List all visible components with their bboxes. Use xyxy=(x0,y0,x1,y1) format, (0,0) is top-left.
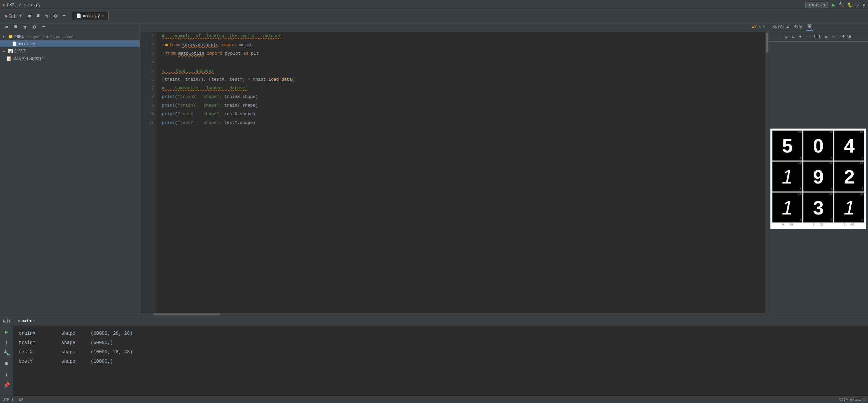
line-num-8: 8 xyxy=(143,93,154,101)
zoom-in-button[interactable]: + xyxy=(798,34,803,40)
sidebar-nav-icon[interactable]: ⊕ xyxy=(3,23,10,31)
mnist-label-2: 10 xyxy=(834,161,864,165)
x-label-2: 0 20 xyxy=(813,223,824,226)
sidebar-tree: ▼ 📁 PRML ~/PycharmProjects/PRML 📄 main.p… xyxy=(0,32,140,316)
sidebar-item-drafts[interactable]: 📝 草稿文件和控制台 xyxy=(0,55,140,63)
tab-main-py[interactable]: 📄 main.py × xyxy=(72,12,108,20)
debug-button[interactable]: 🐛 xyxy=(847,2,853,8)
run-tab-label: main xyxy=(21,319,31,323)
mnist-cell-1b: 10 1 0 xyxy=(772,192,802,222)
play-button[interactable]: ▶ xyxy=(3,328,11,336)
print-fn-11: print xyxy=(162,120,175,127)
list-button[interactable]: ≡ xyxy=(3,360,11,368)
ratio-button[interactable]: ⊡ xyxy=(824,34,829,40)
sidebar-settings-icon[interactable]: ⚙ xyxy=(31,23,38,31)
tab-close-button[interactable]: × xyxy=(102,14,104,18)
paren-11: ( xyxy=(175,120,178,127)
sidebar-collapse-icon[interactable]: ≡ xyxy=(12,23,19,31)
prml-icon: ▶ xyxy=(3,2,5,7)
run-tab-main[interactable]: ● main × xyxy=(15,318,37,324)
warning-up[interactable]: ∧ xyxy=(759,24,761,29)
sciview-tab-data[interactable]: 数据 xyxy=(793,23,804,30)
pin-button[interactable]: 📌 xyxy=(3,381,11,389)
build-button[interactable]: 🔨 xyxy=(838,2,844,8)
profile-button[interactable]: ⊗ xyxy=(863,2,865,8)
warning-dot-2 xyxy=(165,43,168,46)
main-toolbar: ▶ 项目 ▼ ⊕ ≡ ⇅ ⚙ − 📄 main.py × xyxy=(0,10,868,22)
horizontal-scrollbar[interactable] xyxy=(140,313,768,316)
paren-9: ( xyxy=(175,102,178,109)
str-testX-10: "testX shape" xyxy=(178,111,219,118)
sidebar-item-main-py[interactable]: 📄 main.py xyxy=(0,40,140,47)
bottom-panel: 运行: ● main × ▶ ↑ 🔧 ≡ ↓ 📌 trainX shape (6… xyxy=(0,316,868,396)
expand-arrow-ext: ▶ xyxy=(3,49,7,53)
branch-label: main xyxy=(812,3,822,7)
fit-button[interactable]: ⊞ xyxy=(784,34,789,40)
svg-text:1: 1 xyxy=(844,196,855,218)
bottom-toolbar: 运行: ● main × xyxy=(0,316,868,326)
run-label: 运行: xyxy=(3,318,13,324)
sidebar-sort-icon[interactable]: ⇅ xyxy=(21,23,29,31)
console-output: trainX shape (60000, 28, 28) trainY shap… xyxy=(13,326,868,396)
print-fn-9: print xyxy=(162,102,175,109)
line-num-10: 10 xyxy=(143,110,154,119)
console-line-testY: testY shape (10000,) xyxy=(19,357,863,366)
editor-scrollbar[interactable] xyxy=(766,32,768,313)
up-button[interactable]: ↑ xyxy=(3,339,11,347)
sciview-tab-chart[interactable]: 图 xyxy=(806,23,813,31)
console-line-trainY: trainY shape (60000,) xyxy=(19,338,863,347)
sidebar-item-prml[interactable]: ▼ 📁 PRML ~/PycharmProjects/PRML xyxy=(0,33,140,40)
align-icon[interactable]: ≡ xyxy=(35,12,42,20)
run-button[interactable]: ▶ xyxy=(832,2,835,8)
sidebar-item-external-libs[interactable]: ▶ 📊 外部库 xyxy=(0,47,140,55)
branch-selector[interactable]: ● main ▼ xyxy=(805,2,828,8)
line-num-1: 1 xyxy=(143,32,154,41)
code-content[interactable]: # example of loading the mnist dataset ▷… xyxy=(157,32,766,313)
tab-label: main.py xyxy=(83,14,100,18)
code-line-7: # summarize loaded dataset xyxy=(162,84,760,93)
svg-text:0: 0 xyxy=(813,135,824,157)
comment-1: # example of loading the mnist dataset xyxy=(162,33,281,40)
status-line-sep: LF xyxy=(19,398,23,402)
file-icon-main: 📄 xyxy=(12,41,17,46)
console-testX-key: shape xyxy=(61,347,88,357)
mnist-digit-1b: 1 xyxy=(772,196,802,219)
run-tab-close[interactable]: × xyxy=(32,319,34,323)
grid-button[interactable]: ⊟ xyxy=(791,34,796,40)
var-trainX: (trainX, trainY), (testX, testY) = xyxy=(162,76,253,83)
coverage-button[interactable]: ⊙ xyxy=(856,2,859,8)
settings-icon[interactable]: ⚙ xyxy=(52,12,59,20)
comment-7: # summarize loaded dataset xyxy=(162,85,247,92)
paren-8: ( xyxy=(175,94,178,101)
code-line-8: print ( "trainX shape" , trainX.shape) xyxy=(162,93,760,101)
fold-icon-2[interactable]: ▷ xyxy=(162,42,164,48)
warning-down[interactable]: ∨ xyxy=(763,24,766,29)
mnist-axis-2: 0 xyxy=(834,188,864,191)
horizontal-scrollbar-thumb xyxy=(153,313,220,315)
mnist-axis-1c: 0 xyxy=(834,219,864,222)
sidebar-minimize-icon[interactable]: − xyxy=(40,23,47,31)
fold-icon-3[interactable]: ▷ xyxy=(162,51,164,56)
down-arrow-button[interactable]: ↓ xyxy=(3,371,11,379)
bottom-content: ▶ ↑ 🔧 ≡ ↓ 📌 trainX shape (60000, 28, 28)… xyxy=(0,326,868,396)
comma-11: , testY.shape) xyxy=(219,120,255,127)
minimize-icon[interactable]: − xyxy=(61,12,68,20)
code-line-6: (trainX, trainY), (testX, testY) = mnist… xyxy=(162,75,760,84)
project-menu-button[interactable]: ▶ 项目 ▼ xyxy=(3,12,25,20)
mnist-grid: 10 5 0 10 0 0 10 xyxy=(772,130,864,222)
console-trainX-key: shape xyxy=(61,329,88,338)
mnist-label-1c: 10 xyxy=(834,192,864,196)
navigate-icon[interactable]: ⊕ xyxy=(26,12,33,20)
svg-text:1: 1 xyxy=(782,196,793,218)
edit-button[interactable]: ✎ xyxy=(831,34,836,40)
mnist-label-9: 10 xyxy=(803,161,833,165)
str-testY-11: "testY shape" xyxy=(178,120,219,127)
mnist-cell-3: 10 3 0 xyxy=(803,192,833,222)
mnist-label-5: 10 xyxy=(772,130,802,134)
wrench-button[interactable]: 🔧 xyxy=(3,349,11,358)
zoom-out-button[interactable]: − xyxy=(805,34,810,40)
console-testY-key: shape xyxy=(61,357,88,366)
console-testX-value: (10000, 28, 28) xyxy=(91,347,132,357)
sort-icon[interactable]: ⇅ xyxy=(43,12,51,20)
mnist-label-3: 10 xyxy=(803,192,833,196)
